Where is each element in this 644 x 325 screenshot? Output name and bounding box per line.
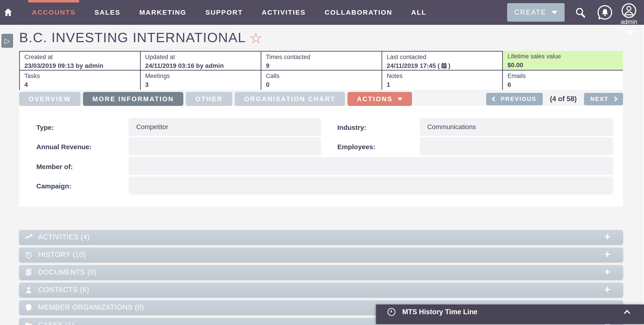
stat-cell-created-at: Created at 23/03/2019 09:13 by admin	[19, 51, 140, 70]
stat-cell-last-contacted: Last contacted 24/11/2019 17:45 ()	[382, 51, 502, 70]
panel-activities[interactable]: ACTIVITIES (4) +	[19, 230, 623, 244]
home-icon[interactable]	[4, 8, 13, 17]
main-nav: ACCOUNTS SALES MARKETING SUPPORT ACTIVIT…	[22, 0, 436, 25]
nav-item-accounts[interactable]: ACCOUNTS	[28, 0, 79, 25]
account-stats-table: Created at 23/03/2019 09:13 by admin Upd…	[19, 51, 623, 90]
panel-contacts[interactable]: CONTACTS (6) +	[19, 283, 623, 297]
tab-organisation-chart[interactable]: ORGANISATION CHART	[235, 92, 345, 106]
field-value-annual-revenue[interactable]	[128, 137, 321, 155]
stat-cell-tasks: Tasks 4	[19, 70, 140, 90]
stat-cell-emails: Emails 6	[502, 70, 623, 90]
stat-label: Notes	[387, 73, 498, 79]
documents-icon	[24, 268, 33, 276]
field-label-annual-revenue: Annual Revenue:	[36, 143, 92, 151]
stat-value: $0.00	[507, 61, 618, 69]
shield-icon	[24, 303, 33, 312]
stat-value: 23/03/2019 09:13 by admin	[24, 62, 136, 69]
next-label: NEXT	[590, 96, 608, 103]
panel-label: ACTIVITIES (4)	[38, 233, 90, 241]
sidebar-toggle-button[interactable]: ▷	[1, 34, 13, 48]
stat-value: 0	[266, 81, 377, 88]
stat-value: 4	[24, 81, 136, 88]
activities-icon	[24, 233, 33, 241]
stat-cell-lifetime-sales-value: Lifetime sales value $0.00	[502, 51, 623, 70]
timeline-header[interactable]: MTS History Time Line	[376, 305, 644, 319]
field-value-industry[interactable]: Communications	[420, 118, 613, 136]
avatar-icon	[621, 3, 636, 18]
expand-plus-icon[interactable]: +	[604, 249, 610, 259]
more-information-panel: Type: Competitor Industry: Communication…	[19, 106, 623, 207]
stat-label: Created at	[24, 54, 136, 61]
user-menu[interactable]: admin	[620, 3, 637, 25]
history-icon	[24, 251, 33, 259]
stat-cell-meetings: Meetings 3	[140, 70, 261, 90]
field-value-campaign[interactable]	[128, 176, 613, 195]
stat-label: Times contacted	[266, 54, 377, 61]
stat-value: 24/11/2019 03:16 by admin	[145, 62, 256, 69]
tab-more-information[interactable]: MORE INFORMATION	[83, 92, 184, 106]
previous-record-button[interactable]: PREVIOUS	[486, 93, 542, 105]
paren-open: (	[438, 62, 440, 69]
stat-cell-calls: Calls 0	[261, 70, 382, 90]
timeline-title: MTS History Time Line	[402, 308, 478, 316]
favorite-star-icon[interactable]: ☆	[250, 30, 263, 46]
panel-label: MEMBER ORGANIZATIONS (0)	[38, 303, 144, 312]
notifications-bell-icon[interactable]	[597, 4, 613, 21]
page-header: ▷ B.C. INVESTING INTERNATIONAL☆	[0, 25, 644, 51]
stat-value: 1	[387, 81, 498, 88]
stat-label: Meetings	[145, 73, 256, 79]
page-scrollbar[interactable]	[642, 0, 644, 325]
stat-value: 9	[266, 62, 377, 69]
stat-label: Updated at	[145, 54, 256, 61]
create-button[interactable]: CREATE	[507, 3, 565, 22]
nav-item-all[interactable]: ALL	[408, 0, 430, 25]
mts-history-timeline-widget: MTS History Time Line	[376, 305, 644, 324]
stat-label: Calls	[266, 73, 377, 79]
panel-label: HISTORY (10)	[38, 251, 86, 259]
field-value-type[interactable]: Competitor	[128, 118, 321, 136]
folder-icon	[24, 321, 33, 325]
field-label-industry: Industry:	[337, 124, 366, 131]
nav-item-marketing[interactable]: MARKETING	[136, 0, 190, 25]
nav-item-support[interactable]: SUPPORT	[202, 0, 246, 25]
field-value-employees[interactable]	[420, 137, 613, 155]
tab-overview[interactable]: OVERVIEW	[19, 92, 80, 106]
chevron-up-icon[interactable]	[623, 309, 631, 315]
stat-cell-updated-at: Updated at 24/11/2019 03:16 by admin	[140, 51, 261, 70]
nav-item-activities[interactable]: ACTIVITIES	[258, 0, 309, 25]
sidebar-toggle-icon: ▷	[4, 36, 10, 45]
field-label-member-of: Member of:	[36, 163, 73, 171]
field-label-type: Type:	[36, 124, 54, 131]
last-contacted-date: 24/11/2019 17:45	[387, 62, 436, 69]
record-pagination: PREVIOUS (4 of 58) NEXT	[486, 93, 623, 105]
stat-value: 3	[145, 81, 256, 88]
calendar-icon[interactable]	[440, 62, 447, 69]
user-name-label: admin	[620, 18, 637, 25]
top-navbar: ACCOUNTS SALES MARKETING SUPPORT ACTIVIT…	[0, 0, 644, 25]
panel-history[interactable]: HISTORY (10) +	[19, 248, 623, 262]
nav-item-sales[interactable]: SALES	[91, 0, 124, 25]
next-record-button[interactable]: NEXT	[584, 93, 623, 105]
stat-value: 24/11/2019 17:45 ()	[387, 62, 498, 69]
stats-row-2: Tasks 4 Meetings 3 Calls 0 Notes 1 Email…	[19, 70, 623, 90]
search-icon[interactable]	[574, 6, 586, 18]
expand-plus-icon[interactable]: +	[604, 267, 610, 277]
stat-label: Last contacted	[387, 54, 498, 61]
stat-label: Tasks	[24, 73, 136, 79]
expand-plus-icon[interactable]: +	[604, 232, 610, 242]
field-label-campaign: Campaign:	[36, 182, 71, 190]
tab-other[interactable]: OTHER	[186, 92, 232, 106]
navbar-right: CREATE admin	[507, 0, 637, 25]
nav-item-collaboration[interactable]: COLLABORATION	[321, 0, 396, 25]
chevron-down-icon	[398, 98, 402, 100]
page-title: B.C. INVESTING INTERNATIONAL☆	[19, 30, 263, 46]
stat-value: 6	[507, 81, 618, 88]
field-label-employees: Employees:	[337, 143, 375, 151]
expand-plus-icon[interactable]: +	[604, 284, 610, 295]
actions-dropdown-button[interactable]: ACTIONS	[348, 92, 412, 106]
field-value-member-of[interactable]	[128, 157, 613, 175]
panel-label: CASES (1)	[38, 321, 74, 325]
create-button-label: CREATE	[514, 8, 546, 16]
panel-documents[interactable]: DOCUMENTS (0) +	[19, 265, 623, 280]
collapse-page-caret-icon[interactable]	[624, 30, 634, 35]
